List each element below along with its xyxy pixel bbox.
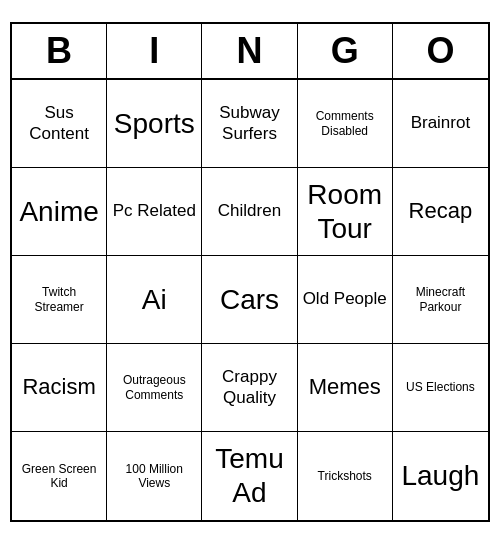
cell-text-20: US Elections: [406, 380, 475, 394]
bingo-cell-24: Trickshots: [298, 432, 393, 520]
bingo-cell-18: Crappy Quality: [202, 344, 297, 432]
cell-text-22: 100 Million Views: [111, 462, 197, 491]
cell-text-9: Room Tour: [302, 178, 388, 245]
bingo-letter-o: O: [393, 24, 488, 78]
bingo-cell-3: Subway Surfers: [202, 80, 297, 168]
bingo-cell-4: Comments Disabled: [298, 80, 393, 168]
bingo-cell-11: Twitch Streamer: [12, 256, 107, 344]
bingo-letter-b: B: [12, 24, 107, 78]
bingo-cell-5: Brainrot: [393, 80, 488, 168]
bingo-cell-23: Temu Ad: [202, 432, 297, 520]
bingo-cell-8: Children: [202, 168, 297, 256]
cell-text-7: Pc Related: [113, 201, 196, 221]
bingo-grid: Sus ContentSportsSubway SurfersComments …: [12, 80, 488, 520]
bingo-cell-17: Outrageous Comments: [107, 344, 202, 432]
cell-text-19: Memes: [309, 374, 381, 400]
cell-text-11: Twitch Streamer: [16, 285, 102, 314]
cell-text-24: Trickshots: [318, 469, 372, 483]
cell-text-15: Minecraft Parkour: [397, 285, 484, 314]
cell-text-4: Comments Disabled: [302, 109, 388, 138]
bingo-header: BINGO: [12, 24, 488, 80]
cell-text-16: Racism: [22, 374, 95, 400]
bingo-cell-9: Room Tour: [298, 168, 393, 256]
bingo-cell-22: 100 Million Views: [107, 432, 202, 520]
bingo-letter-g: G: [298, 24, 393, 78]
bingo-cell-1: Sus Content: [12, 80, 107, 168]
cell-text-25: Laugh: [401, 459, 479, 493]
bingo-cell-7: Pc Related: [107, 168, 202, 256]
bingo-letter-i: I: [107, 24, 202, 78]
cell-text-23: Temu Ad: [206, 442, 292, 509]
cell-text-18: Crappy Quality: [206, 367, 292, 408]
cell-text-10: Recap: [409, 198, 473, 224]
bingo-cell-10: Recap: [393, 168, 488, 256]
bingo-cell-16: Racism: [12, 344, 107, 432]
cell-text-14: Old People: [303, 289, 387, 309]
bingo-cell-14: Old People: [298, 256, 393, 344]
cell-text-17: Outrageous Comments: [111, 373, 197, 402]
cell-text-5: Brainrot: [411, 113, 471, 133]
bingo-card: BINGO Sus ContentSportsSubway SurfersCom…: [10, 22, 490, 522]
bingo-cell-20: US Elections: [393, 344, 488, 432]
cell-text-8: Children: [218, 201, 281, 221]
cell-text-3: Subway Surfers: [206, 103, 292, 144]
bingo-cell-13: Cars: [202, 256, 297, 344]
bingo-cell-19: Memes: [298, 344, 393, 432]
cell-text-6: Anime: [19, 195, 98, 229]
bingo-cell-6: Anime: [12, 168, 107, 256]
bingo-letter-n: N: [202, 24, 297, 78]
cell-text-21: Green Screen Kid: [16, 462, 102, 491]
cell-text-13: Cars: [220, 283, 279, 317]
bingo-cell-25: Laugh: [393, 432, 488, 520]
cell-text-12: Ai: [142, 283, 167, 317]
bingo-cell-21: Green Screen Kid: [12, 432, 107, 520]
bingo-cell-2: Sports: [107, 80, 202, 168]
bingo-cell-12: Ai: [107, 256, 202, 344]
cell-text-2: Sports: [114, 107, 195, 141]
bingo-cell-15: Minecraft Parkour: [393, 256, 488, 344]
cell-text-1: Sus Content: [16, 103, 102, 144]
